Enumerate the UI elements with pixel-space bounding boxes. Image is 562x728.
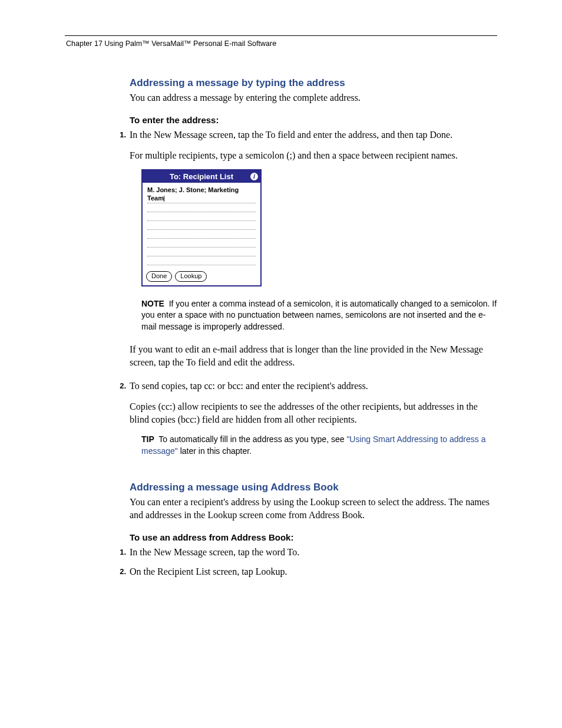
subhead-use-addressbook: To use an address from Address Book: bbox=[130, 532, 497, 542]
after-note-text: If you want to edit an e-mail address th… bbox=[130, 343, 497, 368]
entry-line bbox=[147, 212, 256, 221]
tip-label: TIP bbox=[141, 434, 154, 444]
intro-text: You can address a message by entering th… bbox=[130, 91, 497, 104]
tip-pre: To automatically fill in the address as … bbox=[158, 434, 346, 444]
step-text-cont: For multiple recipients, type a semicolo… bbox=[130, 149, 497, 162]
device-screenshot: To: Recipient List i M. Jones; J. Stone;… bbox=[141, 169, 262, 286]
recipient-entry: M. Jones; J. Stone; Marketing Team bbox=[147, 186, 256, 203]
step-number: 1. bbox=[113, 129, 130, 139]
device-title-text: To: Recipient List bbox=[170, 172, 233, 182]
section-heading-addressbook: Addressing a message using Address Book bbox=[130, 482, 497, 493]
note-block: NOTE If you enter a comma instead of a s… bbox=[141, 298, 497, 333]
step-number: 1. bbox=[113, 546, 130, 556]
step-number: 2. bbox=[113, 565, 130, 576]
device-title-bar: To: Recipient List i bbox=[143, 170, 260, 183]
tip-post: later in this chapter. bbox=[178, 446, 252, 456]
lookup-button[interactable]: Lookup bbox=[175, 271, 207, 282]
entry-line bbox=[147, 203, 256, 212]
step-number: 2. bbox=[113, 380, 130, 390]
step2-text2: Copies (cc:) allow recipients to see the… bbox=[130, 400, 497, 426]
ab-step1: In the New Message screen, tap the word … bbox=[130, 546, 497, 559]
ab-step2: On the Recipient List screen, tap Lookup… bbox=[130, 565, 497, 578]
entry-line bbox=[147, 239, 256, 248]
entry-line bbox=[147, 248, 256, 256]
entry-line bbox=[147, 256, 256, 265]
done-button[interactable]: Done bbox=[146, 271, 172, 282]
tip-block: TIP To automatically fill in the address… bbox=[141, 434, 497, 457]
step2-text: To send copies, tap cc: or bcc: and ente… bbox=[130, 380, 497, 393]
info-icon: i bbox=[250, 173, 258, 180]
step-text: In the New Message screen, tap the To fi… bbox=[130, 129, 497, 141]
entry-line bbox=[147, 230, 256, 239]
chapter-header: Chapter 17 Using Palm™ VersaMail™ Person… bbox=[66, 39, 497, 65]
subhead-enter-address: To enter the address: bbox=[130, 115, 497, 125]
note-label: NOTE bbox=[141, 299, 164, 308]
entry-line bbox=[147, 221, 256, 230]
section-heading-typing: Addressing a message by typing the addre… bbox=[130, 77, 497, 89]
note-text: If you enter a comma instead of a semico… bbox=[141, 299, 497, 331]
section2-intro: You can enter a recipient's address by u… bbox=[130, 496, 497, 521]
